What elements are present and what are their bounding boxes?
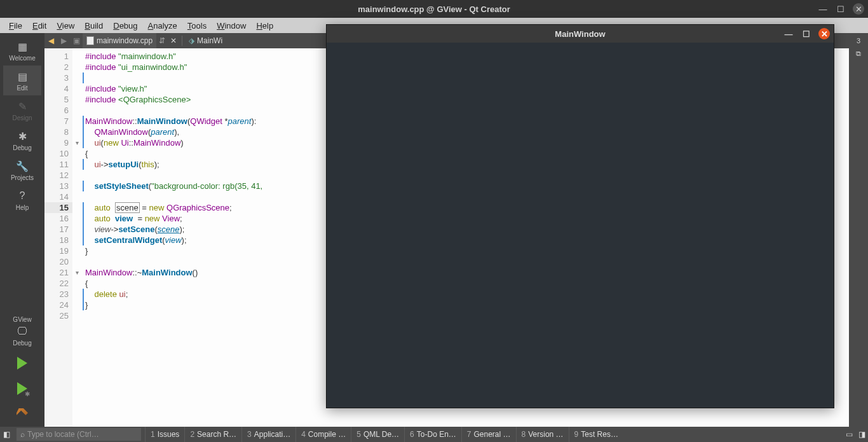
line-number[interactable]: 16 [44,213,72,224]
fold-marker[interactable] [72,83,81,94]
output-pane-6[interactable]: 6To-Do En… [404,427,461,442]
line-number[interactable]: 1 [44,51,72,62]
output-pane-9[interactable]: 9Test Res… [569,427,623,442]
fold-marker[interactable]: ▾ [72,137,81,148]
line-number[interactable]: 22 [44,278,72,289]
line-number[interactable]: 15 [44,202,72,213]
child-titlebar[interactable]: MainWindow — ☐ ✕ [327,25,834,43]
line-number[interactable]: 12 [44,170,72,181]
fold-marker[interactable] [72,191,81,202]
child-close-button[interactable]: ✕ [818,28,830,39]
menu-tools[interactable]: Tools [182,20,212,32]
fold-marker[interactable] [72,202,81,213]
fold-marker[interactable] [72,127,81,137]
output-pane-3[interactable]: 3Applicati… [241,427,295,442]
kit-selector[interactable]: GView🖵Debug [3,312,41,350]
output-pane-1[interactable]: 1Issues [145,427,184,442]
line-number[interactable]: 11 [44,159,72,170]
tab-selector-icon[interactable]: ⇵ [156,36,168,45]
run-debug-button[interactable]: ✱ [10,378,35,399]
menu-debug[interactable]: Debug [108,20,142,32]
right-sidebar-label[interactable]: 3 [850,34,867,47]
fold-marker[interactable] [72,224,81,235]
fold-marker[interactable] [72,213,81,224]
line-number[interactable]: 17 [44,224,72,235]
output-pane-7[interactable]: 7General … [461,427,516,442]
right-split-icon[interactable]: ◨ [855,427,868,442]
minimize-button[interactable]: — [817,3,829,15]
close-button[interactable]: ✕ [853,3,864,15]
fold-marker[interactable] [72,62,81,73]
menu-window[interactable]: Window [212,20,251,32]
menu-view[interactable]: View [51,20,79,32]
line-number[interactable]: 25 [44,310,72,321]
fold-marker[interactable] [72,245,81,256]
fold-marker[interactable] [72,94,81,105]
sidebar-toggle-icon[interactable]: ◧ [0,427,13,442]
fold-marker[interactable] [72,300,81,310]
secondary-tab[interactable]: ⬗ MainWi [185,33,226,48]
fold-marker[interactable] [72,105,81,116]
run-button[interactable] [10,353,35,373]
line-number[interactable]: 5 [44,94,72,105]
child-maximize-button[interactable]: ☐ [801,28,812,39]
mode-help[interactable]: ?Help [3,185,41,215]
fold-marker[interactable]: ▾ [72,267,81,278]
output-pane-5[interactable]: 5QML De… [351,427,404,442]
split-icon[interactable]: ⧉ [850,47,867,60]
line-number[interactable]: 23 [44,289,72,300]
mode-projects[interactable]: 🔧Projects [3,155,41,185]
line-number[interactable]: 21 [44,267,72,278]
mode-welcome[interactable]: ▦Welcome [3,36,41,66]
fold-marker[interactable] [72,181,81,191]
child-body[interactable] [327,43,834,408]
fold-marker[interactable] [72,235,81,245]
fold-marker[interactable] [72,278,81,289]
menu-build[interactable]: Build [79,20,108,32]
output-pane-8[interactable]: 8Version … [516,427,569,442]
mode-debug[interactable]: ✱Debug [3,125,41,155]
menu-edit[interactable]: Edit [27,20,51,32]
fold-marker[interactable] [72,256,81,267]
line-number[interactable]: 9 [44,137,72,148]
fold-marker[interactable] [72,170,81,181]
line-number[interactable]: 10 [44,148,72,159]
line-number[interactable]: 8 [44,127,72,137]
menu-file[interactable]: File [4,20,27,32]
line-number[interactable]: 20 [44,256,72,267]
fold-marker[interactable] [72,289,81,300]
fold-marker[interactable] [72,51,81,62]
line-number[interactable]: 4 [44,83,72,94]
line-number[interactable]: 2 [44,62,72,73]
output-pane-2[interactable]: 2Search R… [184,427,241,442]
line-number-gutter[interactable]: 1234567891011121314151617181920212223242… [44,48,72,427]
build-button[interactable] [10,404,35,424]
fold-marker[interactable] [72,310,81,321]
fold-marker[interactable] [72,116,81,127]
fold-marker[interactable] [72,159,81,170]
fold-column[interactable]: ▾▾ [72,48,81,427]
line-number[interactable]: 3 [44,73,72,83]
maximize-button[interactable]: ☐ [835,3,846,15]
menu-help[interactable]: Help [251,20,278,32]
line-number[interactable]: 24 [44,300,72,310]
nav-forward-button[interactable]: ▶ [57,36,70,45]
line-number[interactable]: 13 [44,181,72,191]
line-number[interactable]: 18 [44,235,72,245]
line-number[interactable]: 6 [44,105,72,116]
fold-marker[interactable] [72,148,81,159]
mode-edit[interactable]: ▤Edit [3,66,41,95]
locator-input[interactable]: ⌕ Type to locate (Ctrl… [17,428,141,441]
output-toggle-icon[interactable]: ▭ [843,427,855,442]
line-number[interactable]: 14 [44,191,72,202]
child-minimize-button[interactable]: — [783,28,794,39]
fold-marker[interactable] [72,73,81,83]
line-number[interactable]: 7 [44,116,72,127]
output-pane-4[interactable]: 4Compile … [295,427,351,442]
nav-back-button[interactable]: ◀ [44,36,57,45]
line-number[interactable]: 19 [44,245,72,256]
bookmark-icon[interactable]: ▣ [70,36,83,45]
menu-analyze[interactable]: Analyze [143,20,182,32]
tab-close-button[interactable]: ✕ [168,36,179,45]
file-tab[interactable]: mainwindow.cpp [83,33,156,48]
